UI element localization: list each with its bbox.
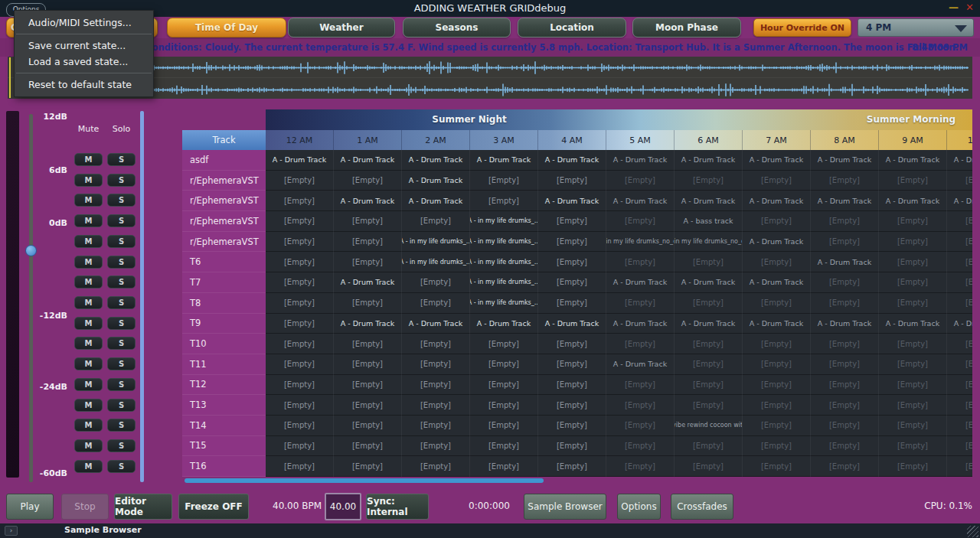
grid-cell[interactable]: [Empty] [266, 232, 334, 253]
solo-button-ch10[interactable]: S [107, 337, 136, 350]
grid-cell[interactable]: [Empty] [606, 456, 675, 477]
grid-cell[interactable]: [Empty] [947, 232, 972, 253]
grid-cell[interactable]: [Empty] [538, 395, 606, 416]
grid-cell[interactable]: [Empty] [811, 354, 879, 375]
track-name[interactable]: T9 [182, 314, 266, 334]
grid-cell[interactable]: [Empty] [334, 416, 402, 436]
grid-cell[interactable]: [Empty] [743, 395, 811, 416]
grid-cell[interactable]: A - Drum Track [606, 314, 675, 334]
grid-cell[interactable]: [Empty] [538, 171, 606, 191]
grid-cell[interactable]: [Empty] [947, 211, 972, 232]
grid-cell[interactable]: [Empty] [947, 252, 972, 272]
track-name[interactable]: T11 [182, 354, 266, 375]
grid-cell[interactable]: [Empty] [675, 252, 743, 272]
grid-cell[interactable]: A - Drum Track [334, 314, 402, 334]
grid-cell[interactable]: A - Drum Track [879, 150, 947, 171]
grid-cell[interactable]: [Empty] [606, 375, 675, 396]
grid-cell[interactable]: [Empty] [402, 395, 470, 416]
grid-cell[interactable]: [Empty] [606, 436, 675, 457]
grid-cell[interactable]: [Empty] [334, 354, 402, 375]
grid-cell[interactable]: A - Drum Track [811, 314, 879, 334]
solo-button-ch1[interactable]: S [107, 153, 136, 166]
grid-cell[interactable]: [Empty] [675, 375, 743, 396]
grid-cell[interactable]: A - Drum Track [743, 191, 811, 211]
grid-cell[interactable]: A - Drum Track [811, 252, 879, 272]
grid-cell[interactable]: [Empty] [334, 232, 402, 253]
grid-cell[interactable]: A - in my life drumks_... [470, 232, 538, 253]
menu-item-audio-midi-settings[interactable]: Audio/MIDI Settings... [15, 15, 153, 31]
track-name[interactable]: T10 [182, 334, 266, 354]
track-name[interactable]: T12 [182, 375, 266, 396]
grid-cell[interactable]: [Empty] [334, 395, 402, 416]
grid-cell[interactable]: [Empty] [811, 436, 879, 457]
grid-cell[interactable]: A - Drum Track [538, 314, 606, 334]
track-name[interactable]: T8 [182, 293, 266, 314]
mute-button-ch8[interactable]: M [74, 296, 103, 309]
solo-button-ch3[interactable]: S [107, 194, 136, 207]
grid-cell[interactable]: [Empty] [675, 456, 743, 477]
mixer-vertical-scrollbar[interactable] [140, 111, 144, 482]
grid-cell[interactable]: A - Drum Track [811, 150, 879, 171]
grid-cell[interactable]: [Empty] [879, 293, 947, 314]
grid-cell[interactable]: [Empty] [606, 171, 675, 191]
grid-cell[interactable]: A - in my life drumks_... [470, 211, 538, 232]
mute-button-ch15[interactable]: M [74, 439, 103, 452]
tab-seasons[interactable]: Seasons [403, 18, 511, 37]
grid-cell[interactable]: [Empty] [811, 293, 879, 314]
grid-cell[interactable]: [Empty] [266, 395, 334, 416]
grid-cell[interactable]: [Empty] [334, 171, 402, 191]
grid-cell[interactable]: A - Drum Track [606, 272, 675, 293]
grid-cell[interactable]: A - Drum Track [402, 150, 470, 171]
grid-cell[interactable]: [Empty] [947, 436, 972, 457]
grid-cell[interactable]: A - in my life drumks_... [402, 252, 470, 272]
grid-cell[interactable]: A - in my life drumks_... [470, 252, 538, 272]
sample-browser-button[interactable]: Sample Browser [524, 494, 606, 520]
grid-cell[interactable]: [Empty] [470, 395, 538, 416]
solo-button-ch9[interactable]: S [107, 317, 136, 330]
grid-cell[interactable]: [Empty] [879, 354, 947, 375]
track-name[interactable]: r/EphemeraVST [182, 191, 266, 211]
grid-cell[interactable]: [Empty] [606, 293, 675, 314]
grid-cell[interactable]: [Empty] [675, 171, 743, 191]
grid-cell[interactable]: [Empty] [266, 334, 334, 354]
grid-cell[interactable]: A - in my life drumks_... [470, 272, 538, 293]
grid-cell[interactable]: [Empty] [947, 375, 972, 396]
mute-button-ch7[interactable]: M [74, 276, 103, 289]
grid-cell[interactable]: [Empty] [402, 354, 470, 375]
grid-cell[interactable]: A - Drum Track [675, 150, 743, 171]
grid-cell[interactable]: [Empty] [675, 395, 743, 416]
mute-button-ch2[interactable]: M [74, 174, 103, 187]
track-name[interactable]: asdf [182, 150, 266, 171]
grid-cell[interactable]: [Empty] [266, 314, 334, 334]
solo-button-ch14[interactable]: S [107, 419, 136, 432]
tab-weather[interactable]: Weather [288, 18, 395, 37]
grid-cell[interactable]: [Empty] [266, 211, 334, 232]
grid-cell[interactable]: [Empty] [470, 416, 538, 436]
mute-button-ch11[interactable]: M [74, 357, 103, 370]
grid-cell[interactable]: A - Drum Track [743, 314, 811, 334]
grid-cell[interactable]: [Empty] [402, 334, 470, 354]
grid-cell[interactable]: [Empty] [879, 395, 947, 416]
grid-cell[interactable]: A - Drum Track [675, 314, 743, 334]
grid-cell[interactable]: A - Drum Track [402, 191, 470, 211]
grid-cell[interactable]: [Empty] [879, 334, 947, 354]
track-name[interactable]: r/EphemeraVST [182, 232, 266, 253]
grid-cell[interactable]: [Empty] [266, 456, 334, 477]
solo-button-ch2[interactable]: S [107, 174, 136, 187]
grid-cell[interactable]: [Empty] [538, 211, 606, 232]
grid-cell[interactable]: [Empty] [470, 456, 538, 477]
grid-cell[interactable]: A - in my life drumks_... [402, 232, 470, 253]
track-name[interactable]: T13 [182, 395, 266, 416]
grid-cell[interactable]: A - Drum Track [402, 314, 470, 334]
grid-cell[interactable]: [Empty] [879, 436, 947, 457]
grid-cell[interactable]: [Empty] [811, 272, 879, 293]
expand-panel-icon[interactable]: › [5, 526, 18, 536]
grid-cell[interactable]: [Empty] [334, 456, 402, 477]
grid-cell[interactable]: [Empty] [743, 293, 811, 314]
grid-cell[interactable]: [Empty] [266, 272, 334, 293]
grid-cell[interactable]: [Empty] [811, 416, 879, 436]
resize-grip[interactable] [967, 526, 978, 537]
grid-cell[interactable]: [Empty] [538, 375, 606, 396]
grid-cell[interactable]: [Empty] [675, 354, 743, 375]
grid-cell[interactable]: A - Drum Track [470, 150, 538, 171]
